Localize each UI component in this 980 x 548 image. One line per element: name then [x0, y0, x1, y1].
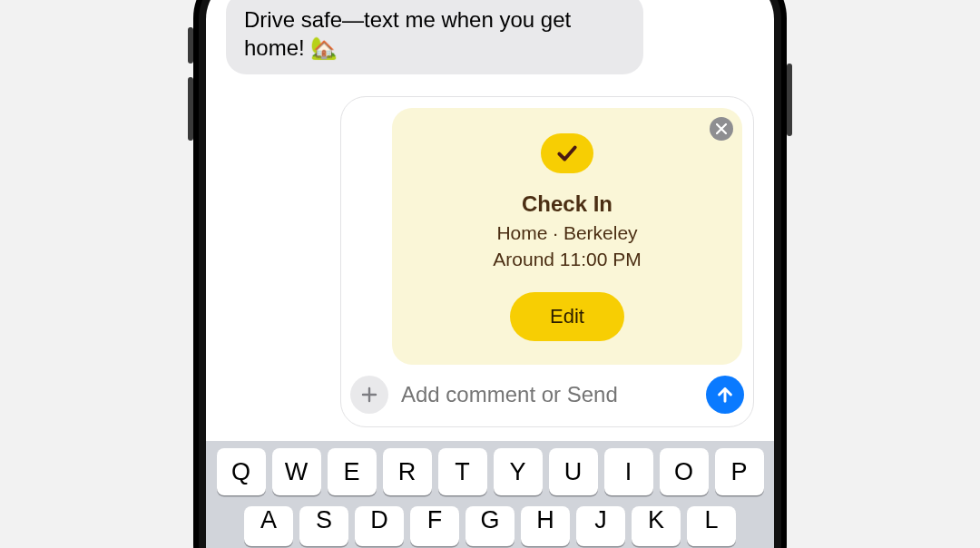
- key-g[interactable]: G: [466, 506, 514, 546]
- key-d[interactable]: D: [355, 506, 404, 546]
- key-y[interactable]: Y: [494, 448, 543, 495]
- checkin-badge: [541, 133, 593, 173]
- key-f[interactable]: F: [410, 506, 459, 546]
- keyboard-row-2: ASDFGHJKL: [211, 506, 769, 546]
- key-s[interactable]: S: [299, 506, 348, 546]
- add-attachment-button[interactable]: [350, 376, 388, 414]
- compose-row: [341, 365, 753, 426]
- checkin-close-button[interactable]: [710, 117, 733, 141]
- arrow-up-icon: [715, 385, 735, 405]
- messages-area: Drive safe—text me when you get home! 🏡: [206, 0, 774, 441]
- keyboard-row-1: QWERTYUIOP: [211, 448, 769, 495]
- side-button-left-2: [188, 77, 193, 141]
- checkin-location-line: Home · Berkeley: [496, 220, 637, 246]
- key-o[interactable]: O: [660, 448, 709, 495]
- key-p[interactable]: P: [715, 448, 764, 495]
- key-e[interactable]: E: [328, 448, 377, 495]
- key-h[interactable]: H: [521, 506, 570, 546]
- send-button[interactable]: [706, 376, 744, 414]
- incoming-message-bubble[interactable]: Drive safe—text me when you get home! 🏡: [226, 0, 643, 74]
- checkin-time-line: Around 11:00 PM: [493, 247, 641, 272]
- side-button-left-1: [188, 27, 193, 64]
- key-l[interactable]: L: [687, 506, 736, 546]
- checkmark-icon: [555, 142, 579, 165]
- key-j[interactable]: J: [576, 506, 625, 546]
- checkin-card: Check In Home · Berkeley Around 11:00 PM…: [392, 108, 742, 365]
- key-t[interactable]: T: [438, 448, 487, 495]
- key-q[interactable]: Q: [217, 448, 266, 495]
- key-k[interactable]: K: [632, 506, 681, 546]
- keyboard: QWERTYUIOP ASDFGHJKL: [206, 441, 774, 548]
- checkin-title: Check In: [522, 191, 612, 217]
- plus-icon: [361, 387, 377, 403]
- phone-inner-frame: Drive safe—text me when you get home! 🏡: [199, 0, 781, 548]
- phone-screen: Drive safe—text me when you get home! 🏡: [206, 0, 774, 548]
- phone-frame: Drive safe—text me when you get home! 🏡: [193, 0, 787, 548]
- key-u[interactable]: U: [549, 448, 598, 495]
- key-r[interactable]: R: [383, 448, 432, 495]
- checkin-attachment: Check In Home · Berkeley Around 11:00 PM…: [340, 96, 754, 427]
- side-button-right: [787, 64, 792, 136]
- key-w[interactable]: W: [272, 448, 321, 495]
- compose-input[interactable]: [397, 377, 697, 413]
- close-icon: [716, 123, 727, 134]
- checkin-edit-button[interactable]: Edit: [510, 292, 624, 341]
- key-i[interactable]: I: [604, 448, 653, 495]
- key-a[interactable]: A: [244, 506, 293, 546]
- incoming-message-text: Drive safe—text me when you get home! 🏡: [244, 7, 571, 60]
